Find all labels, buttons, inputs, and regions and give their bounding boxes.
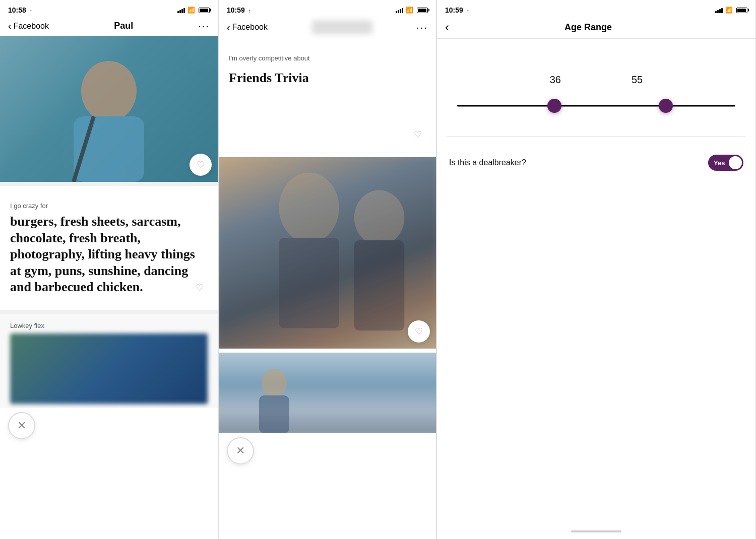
back-chevron-2: ‹ <box>227 22 230 33</box>
status-bar-1: 10:58 ↑ 📶 <box>0 0 218 18</box>
divider-1 <box>0 182 218 186</box>
crazy-for-label: I go crazy for <box>10 202 208 210</box>
dealbreaker-toggle[interactable]: Yes <box>708 155 743 171</box>
dealbreaker-label: Is this a dealbreaker? <box>449 158 526 167</box>
photo-card-2a: ♡ <box>219 157 436 349</box>
back-label-1: Facebook <box>14 22 49 31</box>
svg-point-3 <box>279 173 339 243</box>
back-chevron-1: ‹ <box>8 20 12 32</box>
nav-bar-1: ‹ Facebook Paul ··· <box>0 18 218 36</box>
phone-1-content[interactable]: ♡ I go crazy for burgers, fresh sheets, … <box>0 36 218 539</box>
status-time-1: 10:58 ↑ <box>8 6 32 14</box>
profile-name: Paul <box>114 21 133 31</box>
card-heart-button-2[interactable]: ♡ <box>408 124 428 145</box>
status-bar-3: 10:59 ↑ 📶 <box>437 0 755 18</box>
status-time-2: 10:59 ↑ <box>227 6 251 14</box>
max-age-thumb[interactable] <box>659 99 673 113</box>
phone-2-content[interactable]: I'm overly competitive about Friends Tri… <box>219 38 436 539</box>
wifi-icon-2: 📶 <box>406 7 413 14</box>
toggle-yes-label: Yes <box>714 159 725 167</box>
signal-bars-1 <box>177 7 185 13</box>
back-button-3[interactable]: ‹ <box>445 20 449 34</box>
signal-bars-2 <box>396 7 403 13</box>
phone-1: 10:58 ↑ 📶 ‹ Facebook Paul ··· <box>0 0 218 539</box>
action-area-1: ✕ <box>0 408 218 443</box>
nav-bar-2: ‹ Facebook ··· <box>219 18 436 38</box>
svg-point-7 <box>262 369 287 397</box>
photo-card-2b <box>219 353 436 433</box>
age-range-slider[interactable] <box>457 96 735 116</box>
photo-heart-button-1[interactable]: ♡ <box>190 154 212 176</box>
card-heart-icon-2: ♡ <box>414 129 422 140</box>
person-silhouette-2b <box>249 368 299 433</box>
crazy-for-card: I go crazy for burgers, fresh sheets, sa… <box>0 190 218 306</box>
svg-point-5 <box>354 190 405 245</box>
svg-rect-8 <box>259 395 289 433</box>
max-age-label: 55 <box>632 74 643 86</box>
page-title-area: Age Range <box>459 22 717 33</box>
status-time-3: 10:59 ↑ <box>445 6 469 14</box>
blurred-profile-name <box>312 20 372 34</box>
svg-rect-6 <box>354 240 405 330</box>
dealbreaker-row: Is this a dealbreaker? Yes <box>447 155 745 171</box>
back-label-2: Facebook <box>232 23 268 32</box>
age-range-title: Age Range <box>459 22 717 33</box>
trivia-text: Friends Trivia <box>229 70 426 87</box>
back-button-2[interactable]: ‹ Facebook <box>227 22 268 33</box>
divider-2 <box>0 310 218 314</box>
trivia-label: I'm overly competitive about <box>229 54 426 62</box>
location-icon-3: ↑ <box>467 8 469 14</box>
battery-2 <box>417 8 428 13</box>
trivia-card: I'm overly competitive about Friends Tri… <box>219 42 436 153</box>
card-heart-button-1[interactable]: ♡ <box>190 278 210 298</box>
location-icon-1: ↑ <box>30 8 32 14</box>
photo-heart-icon-2a: ♡ <box>415 326 423 337</box>
photo-heart-button-2a[interactable]: ♡ <box>408 320 430 343</box>
dealbreaker-divider <box>447 136 745 137</box>
back-button-1[interactable]: ‹ Facebook <box>8 20 49 32</box>
min-age-thumb[interactable] <box>547 99 561 113</box>
profile-silhouette <box>33 51 184 182</box>
dislike-button-1[interactable]: ✕ <box>8 412 35 439</box>
lowkey-photo <box>10 333 208 404</box>
signal-bars-3 <box>715 7 723 13</box>
wifi-icon-1: 📶 <box>187 7 195 14</box>
status-icons-2: 📶 <box>396 7 428 14</box>
nav-bar-3: ‹ Age Range <box>437 18 755 38</box>
photo-overlay-2a <box>219 157 436 349</box>
battery-3 <box>736 8 747 13</box>
range-track <box>457 105 735 107</box>
heart-icon-1: ♡ <box>197 159 205 170</box>
lowkey-section: Lowkey flex <box>0 314 218 408</box>
home-indicator-3 <box>437 524 755 539</box>
more-button-1[interactable]: ··· <box>198 20 210 32</box>
status-icons-1: 📶 <box>177 7 210 14</box>
battery-1 <box>199 8 210 13</box>
more-button-2[interactable]: ··· <box>416 22 428 33</box>
phone-3: 10:59 ↑ 📶 ‹ Age Range <box>436 0 756 539</box>
location-icon-2: ↑ <box>248 8 251 14</box>
toggle-knob <box>729 156 742 169</box>
wifi-icon-3: 📶 <box>725 7 733 14</box>
svg-rect-4 <box>279 238 339 328</box>
profile-photo-1: ♡ <box>0 36 218 182</box>
phone-2: 10:59 ↑ 📶 ‹ Facebook ··· <box>218 0 436 539</box>
status-bar-2: 10:59 ↑ 📶 <box>219 0 436 18</box>
min-age-label: 36 <box>550 74 561 86</box>
age-range-content: 36 55 Is this a dealbreaker? Yes <box>437 39 755 524</box>
action-area-2: ✕ <box>219 433 436 468</box>
back-chevron-3: ‹ <box>445 20 449 34</box>
crazy-for-text: burgers, fresh sheets, sarcasm, chocolat… <box>10 214 208 296</box>
lowkey-label: Lowkey flex <box>10 322 208 329</box>
svg-point-0 <box>81 61 137 121</box>
card-heart-icon-1: ♡ <box>196 282 204 293</box>
age-labels: 36 55 <box>447 74 745 86</box>
status-icons-3: 📶 <box>715 7 747 14</box>
dislike-button-2[interactable]: ✕ <box>227 437 254 464</box>
